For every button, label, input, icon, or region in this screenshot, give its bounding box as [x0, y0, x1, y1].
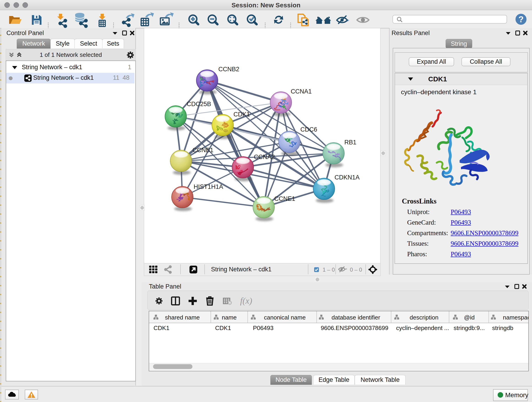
- svg-text:CCNA1: CCNA1: [291, 88, 312, 95]
- svg-text:?: ?: [519, 15, 524, 24]
- svg-text:HIST1H1A: HIST1H1A: [194, 183, 223, 190]
- svg-text:CDC6: CDC6: [300, 126, 317, 133]
- svg-text:CCNB1: CCNB1: [192, 147, 214, 153]
- svg-text:CDKN1A: CDKN1A: [335, 174, 360, 181]
- svg-text:f(x): f(x): [240, 296, 252, 306]
- svg-text:CDC25B: CDC25B: [187, 101, 211, 108]
- svg-text:CCNA2: CCNA2: [254, 153, 275, 160]
- svg-text:CCNE1: CCNE1: [274, 195, 295, 202]
- svg-text:CDK1: CDK1: [234, 111, 250, 118]
- svg-text:CCNB2: CCNB2: [218, 66, 239, 73]
- svg-text:RB1: RB1: [344, 139, 356, 146]
